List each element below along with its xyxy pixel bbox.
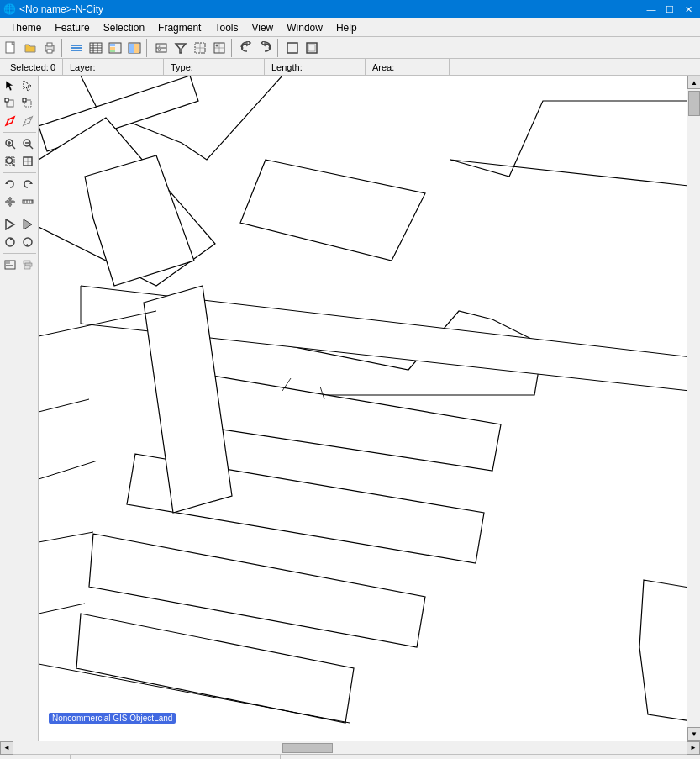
svg-marker-25 [176,44,186,53]
close-button[interactable]: ✕ [680,3,697,16]
tool-row-7 [2,193,36,210]
tool-row-2 [2,95,36,112]
draw-button[interactable] [2,113,18,129]
scroll-left-button[interactable]: ◄ [0,741,13,755]
layer-vis-button[interactable] [2,256,18,273]
scale-cell: M 1:24.735128 [208,755,280,759]
svg-text:M: M [158,48,161,52]
zoom-extent-button[interactable] [19,153,36,170]
frame2-button[interactable] [303,39,321,57]
svg-rect-35 [287,43,297,53]
layer-order-button[interactable] [19,256,36,273]
hscroll-track[interactable] [13,741,687,754]
svg-line-51 [29,145,33,149]
menu-theme[interactable]: Theme [3,20,48,35]
rotate-right-button[interactable] [19,176,36,192]
classify-button[interactable] [125,39,144,57]
svg-point-54 [7,158,13,164]
export-button[interactable] [210,39,229,57]
table-button[interactable] [87,39,105,57]
svg-marker-90 [85,155,194,286]
node-select2-button[interactable] [19,95,36,112]
svg-rect-16 [110,47,115,50]
svg-rect-5 [71,45,82,46]
select-button[interactable] [191,39,209,57]
svg-rect-41 [5,98,8,102]
menu-view[interactable]: View [245,20,280,35]
add-layer-button[interactable] [67,39,86,57]
draw2-button[interactable] [19,113,36,129]
tool-row-5 [2,153,36,170]
menubar: Theme Feature Selection Fragment Tools V… [0,18,700,37]
maximize-button[interactable]: ☐ [661,3,678,16]
scroll-down-button[interactable]: ▼ [687,727,700,741]
svg-rect-37 [308,45,315,51]
type-label: Type: [171,62,193,72]
menu-window[interactable]: Window [280,20,329,35]
map-svg [39,76,687,741]
length-label: Length: [271,62,303,72]
svg-rect-74 [24,266,30,269]
window-title: <No name>-N-City [19,3,103,15]
node-select-button[interactable] [2,95,18,112]
titlebar-controls: — ☐ ✕ [643,3,697,16]
svg-line-93 [39,399,89,412]
y-coord-cell: Y: 41830.4974 [71,755,140,759]
open-button[interactable] [21,39,39,57]
selected-label: Selected: [10,62,49,72]
svg-marker-38 [6,81,13,91]
svg-marker-78 [450,101,687,189]
menu-tools[interactable]: Tools [208,20,245,35]
menu-fragment[interactable]: Fragment [151,20,208,35]
type-cell: Type: [164,59,265,75]
right-scrollbar[interactable]: ▲ ▼ [687,76,700,741]
cache-button[interactable] [19,234,36,250]
feature-button[interactable] [19,216,36,233]
map-canvas[interactable]: Noncommercial GIS ObjectLand [39,76,687,741]
length-cell: Length: [265,59,366,75]
print-button[interactable] [40,39,59,57]
statusbar-top: Selected: 0 Layer: Type: Length: Area: [0,59,700,76]
redo-button[interactable] [256,39,275,57]
menu-help[interactable]: Help [329,20,364,35]
scroll-track[interactable] [687,89,700,727]
tool-sep-3 [3,213,36,213]
undo-button[interactable] [237,39,255,57]
tool-row-4 [2,135,36,152]
x-coord-cell: X: 42742.1466 [0,755,71,759]
svg-marker-66 [24,219,32,229]
noncommercial-badge-container: Noncommercial GIS ObjectLand [45,713,176,724]
zoom-in-button[interactable] [2,135,18,152]
refresh-button[interactable] [2,234,18,250]
svg-line-94 [39,461,97,479]
hscroll-thumb[interactable] [282,743,333,753]
pan-button[interactable] [2,193,18,210]
filter-button[interactable] [171,39,190,57]
main-toolbar: 1:M [0,37,700,59]
zoom-out-button[interactable] [19,135,36,152]
frame-button[interactable] [283,39,302,57]
select-dashed-button[interactable] [19,77,36,94]
menu-feature[interactable]: Feature [48,20,96,35]
bottom-scrollbar[interactable]: ◄ ► [0,741,700,754]
info-button[interactable] [2,216,18,233]
scale-button[interactable]: 1:M [152,39,171,57]
rotate-left-button[interactable] [2,176,18,192]
tool-sep-2 [3,172,36,173]
svg-marker-39 [24,81,31,91]
select-arrow-button[interactable] [2,77,18,94]
tool-sep-1 [3,132,36,133]
svg-rect-3 [47,43,52,46]
measure-button[interactable] [19,193,36,210]
minimize-button[interactable]: — [643,3,660,16]
thematic-button[interactable] [106,39,124,57]
tool-row-9 [2,234,36,250]
new-button[interactable] [2,39,20,57]
scroll-up-button[interactable]: ▲ [687,76,700,89]
zoom-window-button[interactable] [2,153,18,170]
scroll-right-button[interactable]: ► [687,741,700,755]
selected-cell: Selected: 0 [3,59,63,75]
menu-selection[interactable]: Selection [97,20,151,35]
scroll-thumb[interactable] [688,91,700,116]
selected-value: 0 [50,62,55,72]
